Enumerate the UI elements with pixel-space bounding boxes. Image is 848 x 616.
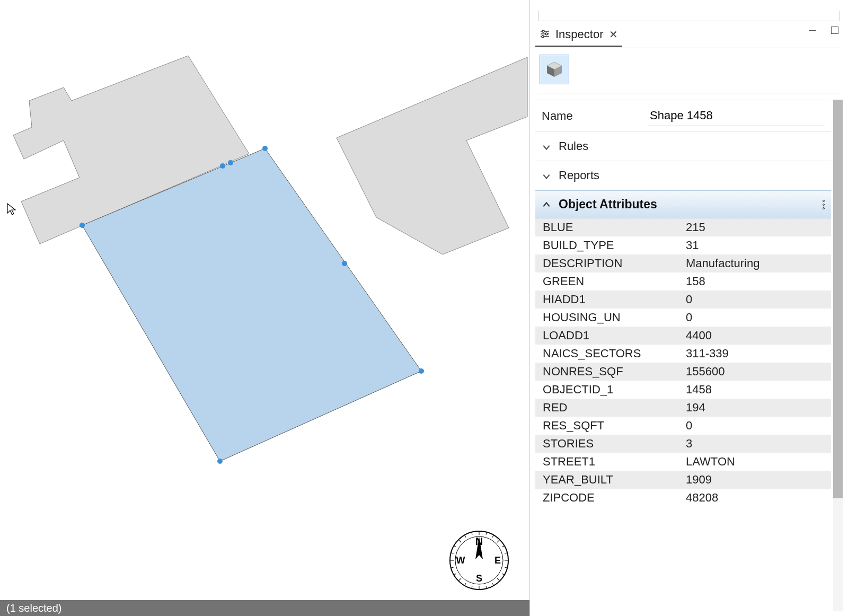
attribute-value[interactable]: 0 <box>678 417 831 435</box>
attribute-row[interactable]: NONRES_SQF155600 <box>535 363 831 381</box>
attribute-value[interactable]: 194 <box>678 399 831 417</box>
more-icon[interactable] <box>823 200 825 209</box>
shape-tab-icon[interactable] <box>540 55 569 84</box>
attribute-key: HOUSING_UN <box>535 309 678 327</box>
vertex-handle[interactable] <box>80 223 85 228</box>
attribute-value[interactable]: 155600 <box>678 363 831 381</box>
vertex-handle[interactable] <box>220 163 225 169</box>
attribute-value[interactable]: Manufacturing <box>678 254 831 272</box>
attribute-key: BUILD_TYPE <box>535 236 678 254</box>
attribute-key: RES_SQFT <box>535 417 678 435</box>
divider <box>538 93 840 93</box>
attribute-key: DESCRIPTION <box>535 254 678 272</box>
scrollbar[interactable] <box>833 100 843 611</box>
close-icon[interactable]: ✕ <box>609 28 618 41</box>
attribute-value[interactable]: 311-339 <box>678 345 831 363</box>
attribute-key: YEAR_BUILT <box>535 471 678 489</box>
attribute-row[interactable]: OBJECTID_11458 <box>535 381 831 399</box>
tab-inspector[interactable]: Inspector ✕ <box>535 25 622 47</box>
attribute-row[interactable]: BUILD_TYPE31 <box>535 236 831 254</box>
section-object-attributes[interactable]: Object Attributes <box>535 190 831 218</box>
attribute-value[interactable]: 3 <box>678 435 831 453</box>
vertex-handle[interactable] <box>342 261 347 266</box>
section-label: Rules <box>559 139 588 153</box>
attribute-key: OBJECTID_1 <box>535 381 678 399</box>
status-bar: (1 selected) <box>0 600 529 616</box>
attribute-row[interactable]: RES_SQFT0 <box>535 417 831 435</box>
attribute-key: RED <box>535 399 678 417</box>
attribute-value[interactable]: 4400 <box>678 327 831 345</box>
vertex-handle[interactable] <box>419 368 424 374</box>
background-shape <box>337 57 527 254</box>
window-controls <box>808 25 840 35</box>
panel-content: Name Rules Reports <box>535 100 843 611</box>
vertex-handle[interactable] <box>217 459 223 464</box>
attribute-row[interactable]: LOADD14400 <box>535 327 831 345</box>
attribute-row[interactable]: DESCRIPTIONManufacturing <box>535 254 831 272</box>
attribute-row[interactable]: HIADD10 <box>535 291 831 309</box>
svg-point-34 <box>545 33 547 35</box>
vertex-handle[interactable] <box>262 146 268 151</box>
panel-header: Inspector ✕ <box>535 25 843 48</box>
viewport-3d[interactable]: N E S W (1 selected) <box>0 0 530 616</box>
tab-label: Inspector <box>555 28 604 41</box>
name-row: Name <box>535 100 831 132</box>
maximize-button[interactable] <box>830 25 840 35</box>
attribute-key: NAICS_SECTORS <box>535 345 678 363</box>
scrollbar-thumb[interactable] <box>833 100 843 498</box>
svg-text:N: N <box>475 535 483 547</box>
chevron-up-icon <box>542 200 551 209</box>
vertex-handle[interactable] <box>228 160 233 165</box>
attribute-key: HIADD1 <box>535 291 678 309</box>
attribute-key: NONRES_SQF <box>535 363 678 381</box>
svg-point-32 <box>542 30 544 32</box>
attribute-row[interactable]: HOUSING_UN0 <box>535 309 831 327</box>
attribute-row[interactable]: STORIES3 <box>535 435 831 453</box>
minimize-button[interactable] <box>808 25 817 35</box>
section-reports[interactable]: Reports <box>535 161 831 190</box>
attribute-row[interactable]: STREET1LAWTON <box>535 453 831 471</box>
attribute-key: LOADD1 <box>535 327 678 345</box>
name-input[interactable] <box>648 105 825 126</box>
svg-text:S: S <box>476 573 482 584</box>
attribute-key: GREEN <box>535 272 678 291</box>
panel-top-border <box>538 11 840 21</box>
attribute-row[interactable]: YEAR_BUILT1909 <box>535 471 831 489</box>
divider <box>538 48 840 48</box>
section-rules[interactable]: Rules <box>535 132 831 161</box>
section-label: Object Attributes <box>559 197 657 212</box>
svg-point-36 <box>542 36 544 38</box>
section-label: Reports <box>559 169 599 182</box>
name-label: Name <box>542 109 648 123</box>
inspector-panel: Inspector ✕ Name <box>530 0 848 616</box>
compass[interactable]: N E S W <box>445 526 514 595</box>
attribute-row[interactable]: RED194 <box>535 399 831 417</box>
attribute-value[interactable]: 0 <box>678 309 831 327</box>
attribute-row[interactable]: GREEN158 <box>535 272 831 291</box>
attribute-table: BLUE215BUILD_TYPE31DESCRIPTIONManufactur… <box>535 218 831 507</box>
attribute-value[interactable]: 1909 <box>678 471 831 489</box>
attribute-key: BLUE <box>535 218 678 236</box>
selection-count: (1 selected) <box>6 602 62 614</box>
attribute-value[interactable]: 0 <box>678 291 831 309</box>
attribute-key: ZIPCODE <box>535 489 678 507</box>
attribute-value[interactable]: 1458 <box>678 381 831 399</box>
chevron-down-icon <box>542 171 551 180</box>
svg-text:E: E <box>494 555 501 566</box>
attribute-row[interactable]: NAICS_SECTORS311-339 <box>535 345 831 363</box>
attribute-row[interactable]: BLUE215 <box>535 218 831 236</box>
scene-svg <box>0 0 530 600</box>
attribute-value[interactable]: 215 <box>678 218 831 236</box>
svg-text:W: W <box>456 555 465 566</box>
attribute-key: STORIES <box>535 435 678 453</box>
chevron-down-icon <box>542 142 551 151</box>
attribute-value[interactable]: 48208 <box>678 489 831 507</box>
inspector-icon <box>540 28 550 41</box>
attribute-value[interactable]: LAWTON <box>678 453 831 471</box>
attribute-value[interactable]: 31 <box>678 236 831 254</box>
app-root: N E S W (1 selected) Inspector ✕ <box>0 0 848 616</box>
attribute-value[interactable]: 158 <box>678 272 831 291</box>
attribute-key: STREET1 <box>535 453 678 471</box>
attribute-row[interactable]: ZIPCODE48208 <box>535 489 831 507</box>
